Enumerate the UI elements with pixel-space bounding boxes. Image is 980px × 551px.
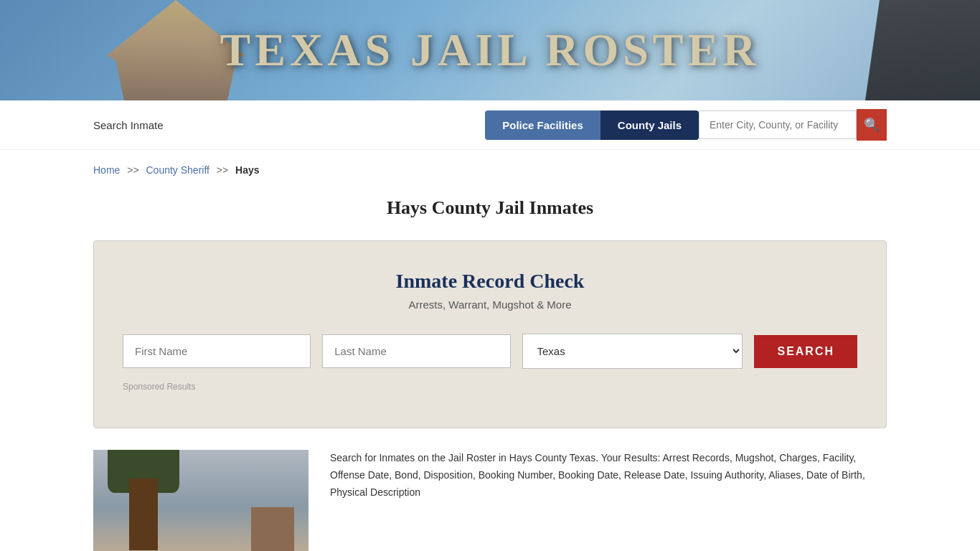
nav-right: Police Facilities County Jails 🔍 <box>485 109 887 141</box>
breadcrumb-home[interactable]: Home <box>93 164 120 176</box>
search-icon: 🔍 <box>864 117 880 133</box>
breadcrumb-sep-2: >> <box>217 164 228 176</box>
tree-trunk-shape <box>129 479 158 550</box>
first-name-input[interactable] <box>123 334 311 368</box>
record-check-title: Inmate Record Check <box>123 270 857 293</box>
county-jails-button[interactable]: County Jails <box>600 110 699 140</box>
record-check-box: Inmate Record Check Arrests, Warrant, Mu… <box>93 240 887 428</box>
sponsored-label: Sponsored Results <box>123 382 857 392</box>
keys-image <box>837 0 980 100</box>
police-facilities-button[interactable]: Police Facilities <box>485 110 600 140</box>
bottom-description: Search for Inmates on the Jail Roster in… <box>330 450 887 501</box>
last-name-input[interactable] <box>322 334 510 368</box>
breadcrumb-current: Hays <box>235 164 259 176</box>
breadcrumb-county-sheriff[interactable]: County Sheriff <box>146 164 209 176</box>
header-banner: Texas Jail Roster <box>0 0 980 100</box>
record-check-subtitle: Arrests, Warrant, Mugshot & More <box>123 298 857 311</box>
nav-bar: Search Inmate Police Facilities County J… <box>0 100 980 150</box>
building-shape <box>251 507 294 551</box>
page-title: Hays County Jail Inmates <box>0 197 980 219</box>
facility-search-input[interactable] <box>699 110 857 139</box>
record-check-form: AlabamaAlaskaArizonaArkansasCaliforniaCo… <box>123 334 857 369</box>
breadcrumb-sep-1: >> <box>127 164 138 176</box>
state-select[interactable]: AlabamaAlaskaArizonaArkansasCaliforniaCo… <box>522 334 743 369</box>
bottom-image <box>93 450 308 551</box>
bottom-section: Search for Inmates on the Jail Roster in… <box>0 428 980 551</box>
search-inmate-label: Search Inmate <box>93 119 471 131</box>
record-search-button[interactable]: SEARCH <box>754 335 857 368</box>
facility-search-button[interactable]: 🔍 <box>857 109 887 141</box>
banner-title: Texas Jail Roster <box>220 24 760 77</box>
breadcrumb: Home >> County Sheriff >> Hays <box>0 150 980 190</box>
